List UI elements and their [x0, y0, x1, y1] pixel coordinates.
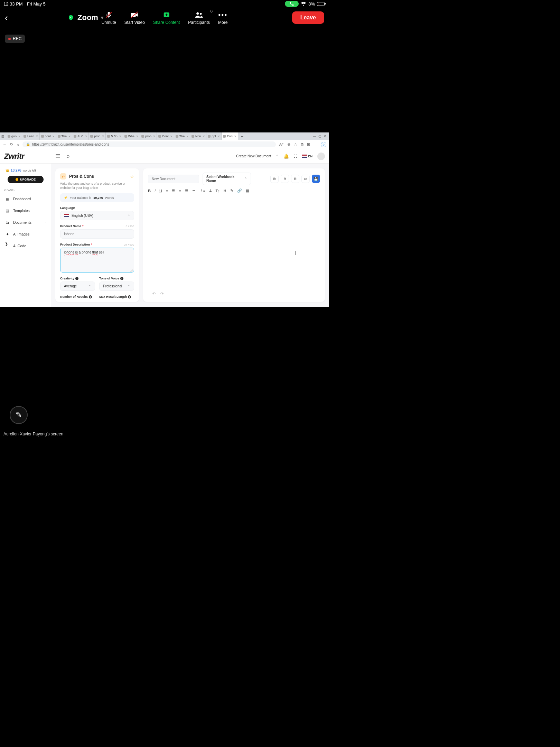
close-tab-icon[interactable]: × [186, 135, 188, 138]
close-tab-icon[interactable]: × [53, 135, 55, 138]
browser-tab[interactable]: ppt× [206, 132, 221, 140]
browser-tab[interactable]: 5 So× [106, 132, 123, 140]
close-tab-icon[interactable]: × [203, 135, 205, 138]
close-tab-icon[interactable]: × [18, 135, 20, 138]
align-left-icon[interactable]: ≡ [166, 189, 168, 193]
search-icon[interactable]: ⌕ [66, 153, 70, 159]
fullscreen-icon[interactable]: ⛶ [294, 154, 297, 158]
close-tab-icon[interactable]: × [85, 135, 87, 138]
font-icon[interactable]: A [209, 189, 212, 193]
favorite-icon[interactable]: ☆ [294, 142, 297, 147]
table-icon[interactable]: ▦ [246, 188, 249, 193]
language-select[interactable]: English (USA) ⌃ [60, 211, 134, 220]
nav-refresh-icon[interactable]: ⟳ [10, 142, 13, 147]
back-button[interactable]: ‹ [5, 12, 8, 23]
undo-icon[interactable]: ↶ [152, 292, 156, 296]
collections-icon[interactable]: ⧉ [301, 142, 304, 147]
product-desc-textarea[interactable]: iphone is a phone that sell [60, 248, 134, 273]
browser-tab[interactable]: prob× [140, 132, 157, 140]
menu-icon[interactable]: ⋯ [314, 142, 317, 147]
close-tab-icon[interactable]: × [102, 135, 104, 138]
resize-handle-icon[interactable] [130, 269, 133, 271]
copy-icon[interactable]: ⧉ [301, 175, 310, 183]
close-tab-icon[interactable]: × [119, 135, 121, 138]
browser-tab[interactable]: The× [174, 132, 190, 140]
menu-toggle-icon[interactable]: ☰ [55, 153, 60, 159]
editor-body[interactable]: ↶ ↷ [148, 196, 320, 298]
start-video-button[interactable]: Start Video [124, 10, 145, 25]
translate-icon[interactable]: ⊕ [287, 142, 290, 147]
align-justify-icon[interactable]: ≣ [185, 188, 188, 193]
info-icon[interactable]: i [128, 295, 131, 298]
browser-tab[interactable]: Wha× [123, 132, 140, 140]
creativity-select[interactable]: Average⌃ [60, 282, 95, 291]
language-selector[interactable]: EN [302, 155, 312, 158]
redo-icon[interactable]: ↷ [160, 292, 164, 296]
workbook-select[interactable]: Select Workbook Name⌃ [203, 173, 251, 185]
close-tab-icon[interactable]: × [68, 135, 71, 138]
create-document-button[interactable]: Create New Document [236, 154, 271, 158]
product-name-input[interactable]: iphone [60, 229, 134, 239]
info-icon[interactable]: i [120, 277, 123, 280]
browser-tab[interactable]: Cont× [157, 132, 174, 140]
close-tab-icon[interactable]: × [234, 135, 236, 138]
browser-tab[interactable]: Lean× [22, 132, 40, 140]
align-center-icon[interactable]: ≣ [172, 188, 175, 193]
export-pdf-icon[interactable]: 🗎 [281, 175, 289, 183]
close-tab-icon[interactable]: × [153, 135, 155, 138]
window-controls[interactable]: —▢✕ [310, 135, 329, 138]
export-doc-icon[interactable]: 🗎 [291, 175, 299, 183]
read-aloud-icon[interactable]: A⁺ [279, 142, 284, 147]
bing-icon[interactable]: b [321, 142, 326, 147]
document-name-input[interactable]: New Document [148, 175, 199, 183]
nav-back-icon[interactable]: ← [3, 142, 7, 147]
share-content-button[interactable]: Share Content [153, 10, 180, 25]
call-indicator[interactable] [285, 1, 299, 7]
unmute-button[interactable]: Unmute [102, 10, 116, 25]
save-button[interactable]: 💾 [312, 175, 320, 183]
export-txt-icon[interactable]: 🗎 [270, 175, 279, 183]
sidebar-item-ai-code[interactable]: ❯_AI Code [3, 241, 48, 251]
align-right-icon[interactable]: ≡ [179, 189, 181, 193]
notifications-icon[interactable]: 🔔 [283, 154, 289, 159]
close-tab-icon[interactable]: × [170, 135, 172, 138]
bold-icon[interactable]: B [148, 189, 151, 193]
highlight-icon[interactable]: ✎ [230, 188, 233, 193]
close-tab-icon[interactable]: × [136, 135, 138, 138]
link-icon[interactable]: 🔗 [237, 188, 242, 193]
tab-sidebar-toggle[interactable]: ▤ [0, 132, 6, 140]
chevron-up-icon[interactable]: ⌃ [276, 154, 279, 158]
avatar[interactable] [317, 153, 325, 160]
browser-tab[interactable]: The× [56, 132, 72, 140]
more-button[interactable]: ••• More [218, 10, 227, 25]
text-size-icon[interactable]: T↕ [216, 189, 220, 193]
favorite-star-icon[interactable]: ☆ [130, 174, 134, 179]
unordered-list-icon[interactable]: ⋮≡ [199, 188, 205, 193]
browser-tab[interactable]: AI C× [72, 132, 89, 140]
zoom-title[interactable]: Zoom ▾ [77, 13, 103, 22]
italic-icon[interactable]: I [155, 189, 156, 193]
browser-tab[interactable]: prob× [89, 132, 106, 140]
sidebar-item-templates[interactable]: ▤Templates [3, 206, 48, 215]
participants-button[interactable]: 8 Participants [188, 10, 210, 25]
leave-button[interactable]: Leave [292, 11, 324, 24]
nav-home-icon[interactable]: ⌂ [17, 142, 19, 147]
browser-tab[interactable]: Nou× [190, 132, 206, 140]
extensions-icon[interactable]: ⊞ [307, 142, 310, 147]
tone-select[interactable]: Professional⌃ [99, 282, 134, 291]
heading-icon[interactable]: H [224, 189, 226, 193]
ordered-list-icon[interactable]: ≔ [192, 188, 196, 193]
annotate-button[interactable]: ✎ [10, 406, 28, 424]
close-tab-icon[interactable]: × [36, 135, 38, 138]
tab-strip[interactable]: ▤ goo×Lean×cont×The×AI C×prob×5 So×Wha×p… [0, 132, 329, 140]
browser-tab[interactable]: cont× [40, 132, 56, 140]
sidebar-item-dashboard[interactable]: ▦Dashboard [3, 194, 48, 204]
info-icon[interactable]: i [89, 295, 92, 298]
browser-tab[interactable]: goo× [6, 132, 22, 140]
url-input[interactable]: 🔒 https://zwritr.blazr.io/user/templates… [22, 141, 276, 147]
sidebar-item-documents[interactable]: 🗀Documents› [3, 218, 48, 227]
new-tab-button[interactable]: + [238, 134, 246, 139]
underline-icon[interactable]: U [159, 189, 162, 193]
sidebar-item-ai-images[interactable]: ✦AI Images [3, 229, 48, 239]
browser-tab[interactable]: Zwri× [222, 132, 238, 140]
